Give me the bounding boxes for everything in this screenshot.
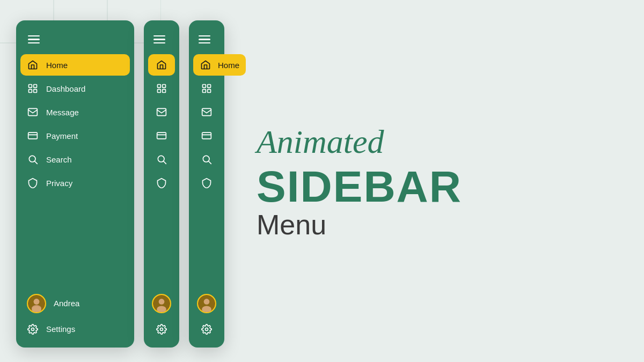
dashboard-icon bbox=[27, 83, 39, 94]
sidebar2-item-dashboard[interactable] bbox=[148, 78, 175, 99]
message-icon-3 bbox=[201, 107, 213, 117]
privacy-icon bbox=[27, 178, 39, 188]
sidebar2-item-privacy[interactable] bbox=[148, 172, 175, 194]
svg-rect-38 bbox=[157, 108, 166, 115]
svg-rect-36 bbox=[158, 90, 161, 93]
title-animated: Animated bbox=[257, 123, 384, 160]
sidebar-item-home[interactable]: Home bbox=[20, 54, 130, 76]
payment-label: Payment bbox=[46, 131, 78, 141]
sidebar-partial: Home bbox=[189, 20, 224, 348]
home-label-3: Home bbox=[218, 61, 239, 70]
nav-items-2 bbox=[144, 54, 179, 194]
svg-rect-21 bbox=[29, 90, 32, 93]
privacy-icon-3 bbox=[201, 178, 213, 188]
sidebar-bottom-1: Andrea Settings bbox=[16, 290, 134, 339]
user-avatar-item[interactable]: Andrea bbox=[20, 290, 130, 317]
sidebar-full: Home Dashboard bbox=[16, 20, 134, 348]
sidebar-item-dashboard[interactable]: Dashboard bbox=[20, 78, 130, 99]
sidebar3-item-payment[interactable] bbox=[193, 125, 220, 146]
sidebar3-item-search[interactable] bbox=[193, 149, 220, 170]
sidebar-icon-only bbox=[144, 20, 179, 348]
dashboard-label: Dashboard bbox=[46, 84, 85, 93]
sidebar2-item-search[interactable] bbox=[148, 149, 175, 170]
nav-items-3: Home bbox=[189, 54, 224, 194]
dashboard-icon-2 bbox=[156, 83, 167, 94]
payment-icon-3 bbox=[201, 130, 213, 141]
privacy-icon-2 bbox=[156, 178, 167, 188]
payment-icon-2 bbox=[156, 130, 167, 141]
sidebar3-item-dashboard[interactable] bbox=[193, 78, 220, 99]
sidebar-bottom-2 bbox=[144, 290, 179, 339]
svg-rect-47 bbox=[203, 85, 206, 88]
sidebar-bottom-3 bbox=[189, 290, 224, 339]
svg-rect-24 bbox=[28, 132, 38, 139]
sidebar-item-search[interactable]: Search bbox=[20, 149, 130, 170]
svg-rect-52 bbox=[202, 132, 211, 139]
sidebar3-home-row: Home bbox=[193, 54, 220, 76]
user-avatar-item-2[interactable] bbox=[148, 290, 175, 317]
svg-line-42 bbox=[164, 161, 166, 164]
message-icon bbox=[27, 107, 39, 117]
settings-icon-3 bbox=[201, 324, 213, 335]
sidebar-item-privacy[interactable]: Privacy bbox=[20, 172, 130, 194]
message-icon-2 bbox=[156, 107, 167, 117]
dashboard-icon-3 bbox=[201, 83, 213, 94]
avatar-2 bbox=[152, 294, 171, 313]
svg-rect-22 bbox=[34, 90, 37, 93]
svg-line-27 bbox=[35, 161, 38, 164]
hamburger-button-2[interactable] bbox=[144, 29, 179, 55]
avatar-3 bbox=[197, 294, 216, 313]
content-area: Animated SIDEBAR Menu bbox=[235, 16, 628, 346]
sidebar3-item-privacy[interactable] bbox=[193, 172, 220, 194]
privacy-label: Privacy bbox=[46, 179, 72, 188]
svg-rect-48 bbox=[208, 85, 211, 88]
avatar bbox=[27, 294, 46, 313]
svg-rect-19 bbox=[29, 85, 32, 88]
svg-rect-37 bbox=[163, 90, 166, 93]
sidebar2-item-payment[interactable] bbox=[148, 125, 175, 146]
svg-point-31 bbox=[34, 299, 40, 305]
message-label: Message bbox=[46, 108, 79, 117]
svg-point-57 bbox=[204, 299, 210, 305]
settings-label: Settings bbox=[46, 324, 75, 334]
payment-icon bbox=[27, 130, 39, 141]
search-icon-3 bbox=[201, 154, 213, 165]
search-label: Search bbox=[46, 155, 72, 164]
svg-rect-20 bbox=[34, 85, 37, 88]
title-menu: Menu bbox=[257, 211, 326, 239]
hamburger-button-1[interactable] bbox=[16, 29, 134, 55]
svg-point-33 bbox=[32, 328, 34, 330]
sidebars-area: Home Dashboard bbox=[16, 16, 224, 346]
home-icon bbox=[27, 60, 39, 70]
user-avatar-item-3[interactable] bbox=[193, 290, 220, 317]
search-icon-2 bbox=[156, 154, 167, 165]
sidebar-item-message[interactable]: Message bbox=[20, 101, 130, 123]
svg-rect-51 bbox=[202, 108, 211, 115]
home-label: Home bbox=[46, 61, 68, 70]
svg-rect-49 bbox=[203, 90, 206, 93]
settings-item-2[interactable] bbox=[148, 320, 175, 339]
sidebar-item-payment[interactable]: Payment bbox=[20, 125, 130, 146]
svg-line-55 bbox=[209, 161, 211, 164]
page: Home Dashboard bbox=[0, 0, 644, 362]
nav-items-1: Home Dashboard bbox=[16, 54, 134, 194]
sidebar2-item-home[interactable] bbox=[148, 54, 175, 76]
svg-rect-39 bbox=[157, 132, 166, 139]
svg-rect-34 bbox=[158, 85, 161, 88]
settings-icon bbox=[27, 324, 39, 335]
svg-rect-35 bbox=[163, 85, 166, 88]
svg-rect-50 bbox=[208, 90, 211, 93]
title-sidebar: SIDEBAR bbox=[257, 165, 462, 209]
settings-item-3[interactable] bbox=[193, 320, 220, 339]
sidebar2-item-message[interactable] bbox=[148, 101, 175, 123]
user-name: Andrea bbox=[54, 299, 79, 308]
svg-point-46 bbox=[160, 328, 163, 330]
sidebar3-item-message[interactable] bbox=[193, 101, 220, 123]
search-icon bbox=[27, 154, 39, 165]
sidebar3-item-home[interactable]: Home bbox=[193, 54, 246, 76]
svg-point-44 bbox=[159, 299, 165, 305]
svg-point-59 bbox=[206, 328, 208, 330]
settings-item[interactable]: Settings bbox=[20, 320, 130, 339]
hamburger-button-3[interactable] bbox=[189, 29, 224, 55]
settings-icon-2 bbox=[156, 324, 167, 335]
